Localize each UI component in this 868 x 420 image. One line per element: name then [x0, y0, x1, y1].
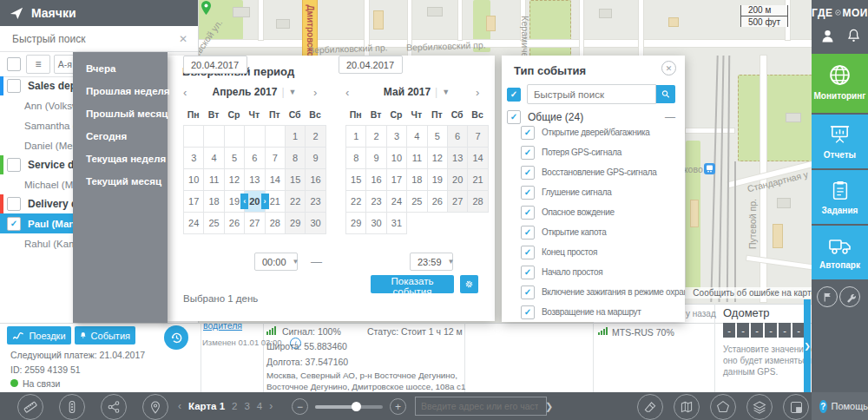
to-time-select[interactable]: 23:59▼ [410, 253, 453, 271]
calendar-day[interactable]: 17 [387, 169, 407, 191]
calendar-day[interactable]: 16 [366, 169, 386, 191]
calendar-day[interactable]: 30 [366, 213, 386, 234]
calendar-day[interactable]: 21 [468, 169, 488, 191]
prev-map-button[interactable]: ‹ [178, 400, 181, 412]
event-checkbox[interactable] [521, 126, 535, 140]
trips-button[interactable]: Поездки [7, 326, 71, 345]
zoom-slider[interactable] [315, 405, 383, 409]
event-type-item[interactable]: Открытие дверей/багажника [502, 122, 685, 142]
calendar-day[interactable]: 14 [468, 148, 488, 169]
calendar-day[interactable]: 3 [184, 148, 204, 169]
calendar-day[interactable]: 28 [266, 213, 286, 234]
group-checkbox[interactable] [7, 197, 21, 211]
calendar-day[interactable]: 20 [448, 169, 468, 191]
calendar-day[interactable]: 30 [306, 213, 326, 234]
map-page[interactable]: 4 [257, 401, 262, 411]
calendar-day[interactable]: 17 [184, 191, 204, 213]
calendar-day[interactable]: 6 [448, 126, 468, 148]
notifications-bell-icon[interactable] [847, 29, 860, 43]
prev-month-button[interactable]: ‹ [183, 86, 195, 99]
calendar-day[interactable]: 24 [387, 191, 407, 213]
calendar-day[interactable]: 2 [306, 126, 326, 148]
event-type-item[interactable]: Начало простоя [502, 262, 685, 282]
quick-period-item[interactable]: Вчера [73, 57, 168, 80]
map-page[interactable]: 2 [232, 401, 237, 411]
calendar-day[interactable]: 29 [286, 213, 306, 234]
group-checkbox[interactable] [7, 79, 21, 93]
calendar-day[interactable]: 5 [225, 148, 245, 169]
select-all-events-checkbox[interactable] [507, 88, 521, 102]
calendar-day[interactable]: 18 [204, 191, 224, 213]
address-go-icon[interactable]: ❯ [540, 401, 558, 412]
calendar-day[interactable]: 3 [387, 126, 407, 148]
event-checkbox[interactable] [521, 186, 535, 200]
event-type-item[interactable]: Глушение сигнала [502, 182, 685, 202]
collapse-icon[interactable]: — [665, 111, 675, 123]
calendar-day[interactable]: 4 [407, 126, 427, 148]
quick-period-item[interactable]: Текущая неделя [73, 148, 168, 170]
tab-reports[interactable]: Отчеты [812, 115, 868, 168]
month-dropdown-icon[interactable]: ▼ [289, 88, 297, 96]
driver-link[interactable]: водителя [203, 320, 242, 331]
calendar-day[interactable]: 8 [286, 148, 306, 169]
settings-wrench-button[interactable] [839, 286, 860, 307]
calendar-day[interactable]: 12 [428, 148, 448, 169]
attribution-report-link[interactable]: Сообщить об ошибке на карте [693, 288, 816, 298]
calendar-day[interactable]: 23 [306, 191, 326, 213]
event-search-input[interactable] [527, 84, 656, 104]
calendar-day[interactable]: 7 [468, 126, 488, 148]
event-type-item[interactable]: Возвращение на маршрут [502, 302, 685, 322]
polygon-tool-button[interactable] [710, 394, 736, 420]
calendar-day[interactable]: 13 [245, 169, 265, 191]
calendar-day[interactable]: 26 [428, 191, 448, 213]
eraser-tool-button[interactable] [637, 394, 663, 420]
calendar-day[interactable]: 8 [346, 148, 366, 169]
event-type-item[interactable]: Опасное вождение [502, 202, 685, 222]
calendar-day[interactable]: 11 [204, 169, 224, 191]
next-month-button[interactable]: › [313, 86, 326, 99]
zoom-in-icon[interactable]: + [390, 398, 406, 415]
zoom-out-icon[interactable]: − [292, 398, 308, 415]
calendar-day[interactable]: 1 [286, 126, 306, 148]
calendar-day[interactable]: 25 [407, 191, 427, 213]
calendar-day[interactable]: 7 [266, 148, 286, 169]
quick-period-item[interactable]: Сегодня [73, 125, 168, 148]
tab-monitoring[interactable]: Мониторинг [812, 54, 868, 113]
address-input[interactable] [416, 400, 540, 412]
month-dropdown-icon[interactable]: ▼ [442, 88, 450, 96]
vehicle-checkbox[interactable] [7, 217, 21, 231]
calendar-day[interactable]: 1 [346, 126, 366, 148]
event-checkbox[interactable] [521, 226, 535, 240]
event-checkbox[interactable] [521, 166, 535, 180]
calendar-day[interactable]: 4 [204, 148, 224, 169]
event-checkbox[interactable] [521, 246, 535, 259]
calendar-day[interactable]: 10 [387, 148, 407, 169]
settings-gear-button[interactable] [460, 275, 478, 293]
calendar-day[interactable]: 22 [346, 191, 366, 213]
close-icon[interactable]: ✕ [661, 61, 676, 75]
show-events-button[interactable]: Показать события [371, 275, 454, 293]
calendar-day[interactable]: 13 [448, 148, 468, 169]
calendar-day[interactable]: 26 [225, 213, 245, 234]
calendar-day[interactable]: 6 [245, 148, 265, 169]
group-checkbox[interactable] [7, 158, 21, 172]
calendar-day[interactable]: 11 [407, 148, 427, 169]
prev-month-button[interactable]: ‹ [345, 86, 358, 99]
event-type-item[interactable]: Включение зажигания в режиме охраны [502, 282, 685, 302]
map-page[interactable]: 3 [244, 401, 249, 411]
quick-period-item[interactable]: Прошлая неделя [73, 80, 168, 102]
calendar-day[interactable]: 9 [306, 148, 326, 169]
minimap-tool-button[interactable] [783, 394, 809, 420]
map-page-active[interactable]: Карта 1 [188, 401, 225, 411]
history-button[interactable] [164, 325, 188, 350]
calendar-day[interactable]: 27 [245, 213, 265, 234]
calendar-day[interactable]: 19 [428, 169, 448, 191]
calendar-day[interactable]: 2 [366, 126, 386, 148]
search-button[interactable] [656, 85, 675, 103]
calendar-day[interactable]: 23 [366, 191, 386, 213]
calendar-day[interactable]: 18 [407, 169, 427, 191]
calendar-day[interactable]: 24 [184, 213, 204, 234]
calendar-day[interactable]: 22 [286, 191, 306, 213]
zoom-slider-knob[interactable] [352, 402, 361, 411]
calendar-day[interactable]: 12 [225, 169, 245, 191]
